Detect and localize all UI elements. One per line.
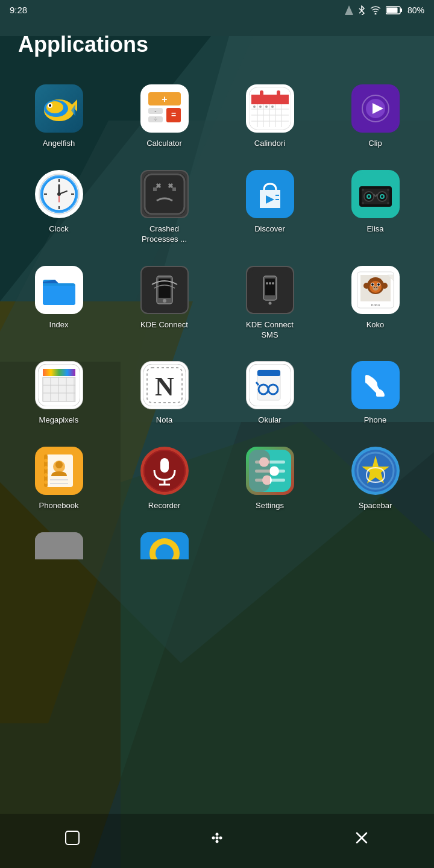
app-crashed-processes[interactable]: Crashed Processes ...: [112, 161, 217, 257]
app-clip[interactable]: Clip: [322, 75, 428, 161]
svg-point-95: [268, 301, 271, 304]
app-index[interactable]: Index: [6, 257, 112, 353]
svg-text:+: +: [162, 94, 167, 104]
kde-connect-icon: [140, 266, 189, 314]
status-icons: 80%: [345, 5, 424, 15]
svg-point-84: [387, 189, 389, 191]
battery-percent: 80%: [407, 5, 424, 15]
svg-point-82: [381, 195, 383, 198]
app-settings[interactable]: Settings: [217, 438, 322, 523]
index-label: Index: [49, 320, 69, 330]
svg-rect-13: [386, 7, 397, 13]
calculator-label: Calculator: [146, 139, 182, 149]
app-okular[interactable]: Okular: [217, 352, 322, 438]
svg-text:-: -: [154, 107, 156, 114]
svg-text:=: =: [171, 110, 175, 119]
page-title: Applications: [0, 20, 434, 75]
svg-point-141: [44, 459, 48, 462]
svg-point-170: [212, 837, 215, 840]
svg-point-106: [377, 283, 380, 286]
svg-point-85: [362, 202, 364, 204]
calindori-icon: [246, 84, 294, 133]
app-kde-connect-sms[interactable]: KDE Connect SMS: [217, 257, 322, 353]
kde-connect-sms-icon: [246, 266, 294, 314]
koko-label: Koko: [366, 320, 385, 330]
megapixels-icon: [35, 361, 83, 409]
nota-icon: N: [140, 361, 189, 409]
app-megapixels[interactable]: Megapixels: [6, 352, 112, 438]
svg-rect-31: [251, 95, 289, 104]
settings-icon: [246, 447, 294, 495]
signal-icon: [345, 5, 353, 15]
svg-text:KoKo: KoKo: [371, 303, 380, 307]
koko-icon: KoKo: [351, 266, 400, 314]
app-nota[interactable]: N Nota: [112, 352, 217, 438]
calindori-label: Calindori: [254, 139, 285, 149]
time-display: 9:28: [10, 5, 27, 15]
svg-point-81: [368, 195, 370, 198]
menu-button[interactable]: [202, 823, 232, 853]
app-calindori[interactable]: Calindori: [217, 75, 322, 161]
svg-rect-64: [172, 187, 176, 191]
spacebar-label: Spacebar: [359, 501, 392, 511]
svg-rect-28: [249, 87, 291, 130]
svg-rect-150: [160, 458, 169, 473]
svg-text:÷: ÷: [154, 116, 157, 122]
svg-point-173: [216, 833, 219, 836]
app-phonebook[interactable]: Phonebook: [6, 438, 112, 523]
svg-point-86: [387, 202, 389, 204]
svg-rect-116: [43, 369, 75, 376]
app-phone[interactable]: Phone: [322, 352, 428, 438]
angelfish-label: Angelfish: [43, 139, 75, 149]
close-button[interactable]: [347, 823, 377, 853]
svg-point-110: [363, 283, 370, 289]
spacebar-icon: [351, 447, 400, 495]
okular-label: Okular: [258, 415, 281, 426]
app-angelfish[interactable]: Angelfish: [6, 75, 112, 161]
svg-point-97: [269, 282, 271, 285]
svg-point-158: [269, 467, 279, 476]
wifi-icon: [370, 6, 381, 14]
svg-point-43: [271, 105, 274, 108]
kde-connect-label: KDE Connect: [140, 320, 188, 330]
app-discover[interactable]: Discover: [217, 161, 322, 257]
app-koko[interactable]: KoKo Koko: [322, 257, 428, 353]
phone-icon: [351, 361, 400, 409]
home-button[interactable]: [57, 823, 87, 853]
okular-icon: [246, 361, 294, 409]
index-icon: [35, 266, 83, 314]
svg-rect-94: [265, 278, 275, 295]
partial-app-2: [112, 523, 217, 559]
svg-point-96: [266, 282, 268, 285]
svg-point-111: [382, 283, 388, 289]
elisa-icon: [351, 170, 400, 218]
app-elisa[interactable]: Elisa: [322, 161, 428, 257]
crashed-processes-icon: [140, 170, 189, 218]
bottom-navigation-bar: [0, 814, 434, 868]
svg-point-108: [374, 287, 375, 288]
app-kde-connect[interactable]: KDE Connect: [112, 257, 217, 353]
phonebook-label: Phonebook: [39, 501, 79, 511]
svg-rect-165: [35, 532, 83, 559]
nota-label: Nota: [156, 415, 172, 426]
clock-label: Clock: [49, 224, 69, 234]
svg-point-109: [376, 287, 377, 288]
svg-rect-169: [66, 831, 79, 844]
svg-point-105: [371, 283, 374, 286]
svg-rect-63: [153, 187, 157, 191]
app-clock[interactable]: Clock: [6, 161, 112, 257]
partial-app-1: [6, 523, 112, 559]
svg-point-172: [219, 837, 222, 840]
clip-icon: [351, 84, 400, 133]
status-bar: 9:28 80%: [0, 0, 434, 20]
megapixels-label: Megapixels: [39, 415, 79, 426]
recorder-label: Recorder: [148, 501, 180, 511]
svg-text:N: N: [155, 372, 174, 401]
svg-rect-60: [143, 173, 186, 215]
settings-label: Settings: [256, 501, 284, 511]
svg-point-144: [44, 480, 48, 484]
app-recorder[interactable]: Recorder: [112, 438, 217, 523]
svg-point-10: [374, 13, 376, 14]
app-spacebar[interactable]: Spacebar: [322, 438, 428, 523]
app-calculator[interactable]: + - ÷ = Calculator: [112, 75, 217, 161]
